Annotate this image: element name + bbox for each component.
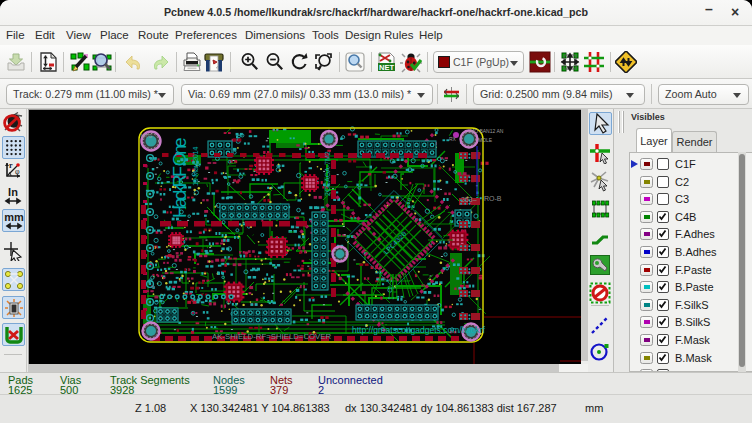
svg-text:RO-B: RO-B: [484, 195, 502, 202]
svg-text:http://greatscottgadgets.com/h: http://greatscottgadgets.com/hackrf: [352, 325, 485, 335]
svg-text:NET: NET: [379, 63, 394, 72]
svg-text:2CCAGA-7M2: 2CCAGA-7M2: [324, 151, 331, 196]
svg-text:253–: 253–: [461, 196, 477, 203]
svg-text:19 May 2014: 19 May 2014: [191, 147, 200, 186]
svg-text:φ: φ: [15, 167, 20, 176]
svg-text:r: r: [9, 161, 13, 170]
svg-text:MOLE: MOLE: [478, 137, 493, 143]
svg-text:RX: RX: [449, 136, 457, 142]
svg-text:mm: mm: [4, 211, 24, 223]
svg-text:AK-SHIELD-RF=SHIELD=COVER: AK-SHIELD-RF=SHIELD=COVER: [212, 332, 332, 341]
svg-text:HackRF One: HackRF One: [170, 137, 190, 218]
svg-text:MO BAN12 AN: MO BAN12 AN: [470, 128, 504, 134]
svg-text:In: In: [8, 186, 18, 198]
svg-text:MTG: MTG: [141, 133, 152, 139]
